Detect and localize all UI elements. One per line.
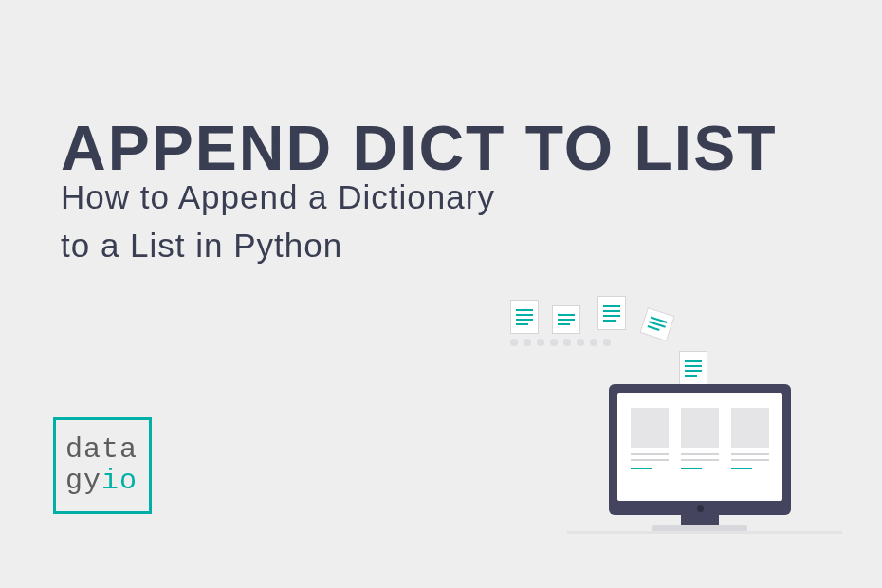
document-icon (510, 300, 539, 334)
screen-line-accent (631, 468, 652, 469)
screen-line (631, 459, 669, 461)
screen-line (731, 453, 769, 455)
logo-gy: gy (65, 465, 101, 497)
logo-io: io (101, 465, 138, 497)
document-icon (597, 296, 626, 330)
subtitle-line-1: How to Append a Dictionary (61, 174, 495, 222)
screen-line-accent (681, 468, 702, 469)
page-subtitle: How to Append a Dictionary to a List in … (61, 174, 495, 270)
hero-illustration (510, 294, 833, 541)
screen-line (631, 453, 669, 455)
logo-text-line2: gyio (65, 466, 138, 497)
document-icon (552, 305, 580, 334)
screen-line (681, 453, 719, 455)
screen-line (731, 459, 769, 461)
brand-logo: data gyio (53, 417, 152, 514)
monitor-stand (681, 514, 719, 525)
screen-card (731, 408, 769, 448)
document-icon (679, 351, 707, 385)
desk-shelf (567, 531, 842, 534)
monitor-power-dot (697, 505, 704, 512)
screen-line (681, 459, 719, 461)
screen-card (631, 408, 669, 448)
screen-line-accent (731, 468, 752, 469)
logo-text-line1: data (65, 434, 138, 466)
dotted-path (510, 339, 611, 346)
screen-card (681, 408, 719, 448)
document-icon (639, 307, 674, 341)
subtitle-line-2: to a List in Python (61, 222, 495, 270)
